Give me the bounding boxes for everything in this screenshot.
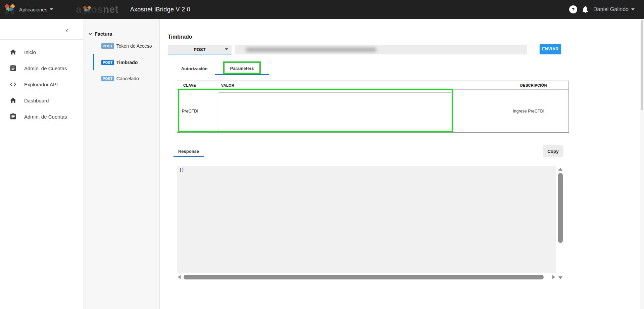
user-name: Daniel Galindo <box>593 6 629 12</box>
post-method-badge: POST <box>101 43 114 49</box>
column-header-valor: VALOR <box>221 81 234 90</box>
method-select-value: POST <box>194 47 205 52</box>
axosnet-logo-icon <box>4 4 15 15</box>
scroll-down-icon[interactable] <box>558 276 562 279</box>
api-item-timbrado[interactable]: POST Timbrado <box>101 58 138 67</box>
page-title: Timbrado <box>168 34 192 40</box>
tab-parameters[interactable]: Parameters <box>215 62 269 75</box>
home-icon <box>9 48 17 56</box>
sidebar-collapse-icon[interactable]: ‹ <box>64 26 69 36</box>
help-icon[interactable]: ? <box>569 5 577 13</box>
column-header-descripcion: DESCRIPCIÓN <box>520 81 547 90</box>
sidebar-item-admin-cuentas-2[interactable]: Admin. de Cuentas <box>0 108 84 125</box>
sidebar-item-dashboard[interactable]: Dashboard <box>0 92 84 108</box>
parameters-table: CLAVE VALOR DESCRIPCIÓN PreCFDI Ingrese … <box>177 81 569 133</box>
vertical-scroll-thumb[interactable] <box>558 173 563 243</box>
brand-prefix: a <box>76 4 82 15</box>
active-item-indicator <box>93 54 94 70</box>
main-sidebar: ‹ Inicio Admin. de Cuentas Explorador AP… <box>0 19 84 309</box>
tab-response[interactable]: Response <box>174 147 204 157</box>
notifications-bell-icon[interactable] <box>581 5 589 13</box>
param-description-label: Ingrese PreCFDI <box>488 90 569 132</box>
horizontal-scroll-thumb[interactable] <box>184 275 544 279</box>
main-content: Timbrado POST ENVIAR Autorización Parame… <box>160 19 644 309</box>
brand-mid: os <box>91 4 103 15</box>
parameters-table-header: CLAVE VALOR DESCRIPCIÓN <box>177 81 568 90</box>
aplicaciones-label: Aplicaciones <box>19 7 47 12</box>
scroll-right-icon[interactable] <box>552 275 555 279</box>
api-group-label: Factura <box>95 31 112 37</box>
response-vertical-scrollbar[interactable] <box>557 166 564 281</box>
user-menu[interactable]: Daniel Galindo <box>593 6 635 12</box>
api-item-token-de-acceso[interactable]: POST Token de Acceso <box>101 42 152 50</box>
api-item-label: Timbrado <box>116 60 138 65</box>
redacted-url-text <box>246 48 377 52</box>
api-item-label: Token de Acceso <box>116 43 152 49</box>
param-key-label: PreCFDI <box>182 90 198 132</box>
sidebar-item-explorador-api[interactable]: Explorador API <box>0 76 84 92</box>
column-divider <box>217 90 217 132</box>
sidebar-item-label: Inicio <box>24 49 36 55</box>
aplicaciones-menu[interactable]: Aplicaciones <box>19 7 53 12</box>
tab-autorizacion[interactable]: Autorización <box>174 62 215 75</box>
axosnet-mini-logo-icon <box>83 6 90 13</box>
brand-suffix: net <box>103 4 119 15</box>
sidebar-divider <box>0 39 84 40</box>
sidebar-item-label: Admin. de Cuentas <box>24 114 67 120</box>
param-value-textarea[interactable] <box>218 92 452 130</box>
chevron-down-icon <box>89 32 92 36</box>
request-url-input[interactable] <box>235 45 527 54</box>
sidebar-item-label: Explorador API <box>24 82 58 87</box>
caret-down-icon <box>50 8 53 10</box>
response-output-area: {} <box>177 166 556 273</box>
api-item-label: Cancelado <box>116 76 139 81</box>
method-select[interactable]: POST <box>168 45 232 54</box>
clipboard-icon <box>9 64 17 72</box>
home-icon <box>9 97 17 104</box>
response-json-text: {} <box>179 168 184 172</box>
clipboard-icon <box>9 113 17 120</box>
top-app-bar: Aplicaciones a os net Axosnet iBridge V … <box>0 0 644 19</box>
select-arrow-icon <box>225 48 228 50</box>
app-title: Axosnet iBridge V 2.0 <box>130 6 190 13</box>
post-method-badge: POST <box>101 60 114 65</box>
scroll-up-icon[interactable] <box>558 168 562 171</box>
caret-down-icon <box>631 8 635 10</box>
sidebar-item-inicio[interactable]: Inicio <box>0 44 84 60</box>
sidebar-item-label: Dashboard <box>24 98 49 103</box>
page-scroll-thumb[interactable] <box>641 20 643 110</box>
post-method-badge: POST <box>101 76 114 81</box>
api-nav-panel: Factura POST Token de Acceso POST Timbra… <box>84 19 160 309</box>
page-scrollbar[interactable] <box>640 19 644 309</box>
api-group-factura[interactable]: Factura <box>89 30 112 38</box>
axosnet-watermark-logo: a os net <box>76 4 118 15</box>
enviar-button[interactable]: ENVIAR <box>540 44 561 54</box>
copy-button[interactable]: Copy <box>543 145 563 157</box>
column-header-clave: CLAVE <box>183 81 196 90</box>
scroll-left-icon[interactable] <box>178 275 181 279</box>
code-icon <box>9 81 17 88</box>
sidebar-item-admin-cuentas[interactable]: Admin. de Cuentas <box>0 60 84 76</box>
api-item-cancelado[interactable]: POST Cancelado <box>101 74 139 83</box>
sidebar-item-label: Admin. de Cuentas <box>24 65 67 71</box>
response-horizontal-scrollbar[interactable] <box>177 273 556 281</box>
